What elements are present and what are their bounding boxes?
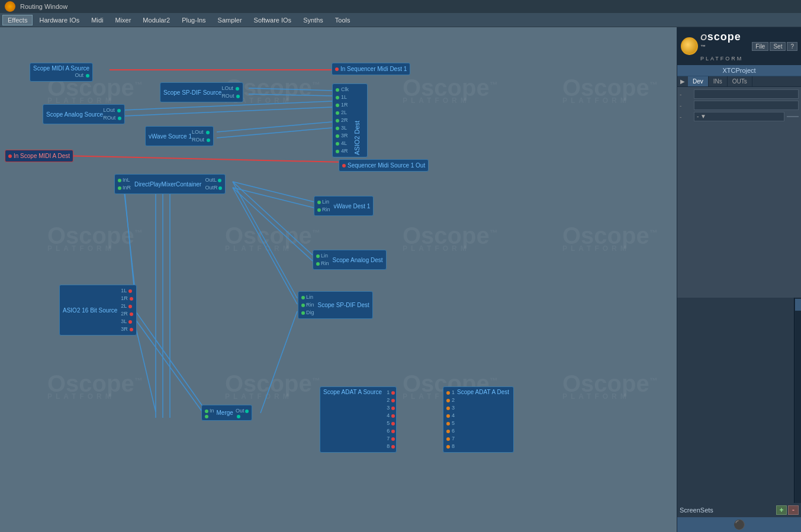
panel-select-3[interactable] <box>787 116 799 117</box>
screen-sets-remove-button[interactable]: - <box>788 505 799 515</box>
tab-outs[interactable]: OUTs <box>728 76 752 86</box>
module-scope-adat-source[interactable]: Scope ADAT A Source 1 2 3 4 5 6 7 8 <box>320 386 397 453</box>
menu-mixer[interactable]: Mixer <box>110 15 136 25</box>
scope-logo: Oscope ™ PLATFORM <box>681 31 748 62</box>
svg-line-17 <box>136 320 207 418</box>
module-in-sequencer-midi-dest[interactable]: In Sequencer Midi Dest 1 <box>332 63 410 75</box>
port-2r-asio: 2R <box>121 310 133 318</box>
panel-value-2 <box>694 101 799 110</box>
module-sequencer-midi-source[interactable]: Sequencer Midi Source 1 Out <box>339 159 429 172</box>
svg-line-10 <box>233 182 313 255</box>
port-rout-analog: ROut <box>103 114 121 122</box>
panel-label-3: - <box>680 114 691 120</box>
menu-midi[interactable]: Midi <box>86 15 108 25</box>
module-asio2-dest[interactable]: Clk 1L 1R 2L 2R 3L 3R 4L 4R ASIO2 Dest <box>332 83 368 157</box>
menu-effects[interactable]: Effects <box>2 15 33 25</box>
menu-modular2[interactable]: Modular2 <box>137 15 175 25</box>
svg-line-6 <box>217 122 332 132</box>
port-lout-analog: LOut <box>103 107 121 114</box>
port-rin-spdif: Rin <box>301 301 314 309</box>
port-1l: 1L <box>336 93 349 101</box>
panel-arrow-left[interactable]: ▶ <box>677 76 688 86</box>
scope-name: Oscope ™ <box>700 31 748 56</box>
module-vwave-source1[interactable]: vWave Source 1 LOut ROut <box>145 126 214 146</box>
watermark-12: Oscope™ PLATFORM <box>562 370 658 401</box>
scroll-bar[interactable] <box>794 298 801 504</box>
tab-ins[interactable]: INs <box>709 76 728 86</box>
module-vwave-source1-title: vWave Source 1 <box>149 133 192 140</box>
menu-hardware-ios[interactable]: Hardware IOs <box>34 15 85 25</box>
port-3l: 3L <box>336 124 349 132</box>
set-button[interactable]: Set <box>770 42 786 51</box>
port-adat-src-3: 3 <box>387 404 395 412</box>
scope-platform-text: PLATFORM <box>700 56 748 62</box>
watermark-8: Oscope™ PLATFORM <box>562 223 658 253</box>
menu-sampler[interactable]: Sampler <box>213 15 247 25</box>
module-vwave-dest1[interactable]: Lin Rin vWave Dest 1 <box>314 196 374 216</box>
scope-brand: Oscope ™ PLATFORM <box>700 31 748 62</box>
port-4r: 4R <box>336 147 349 155</box>
port-dig-spdif: Dig <box>301 309 314 317</box>
module-merge-title: Merge <box>217 410 233 416</box>
module-scope-analog-source[interactable]: Scope Analog Source LOut ROut <box>43 104 125 124</box>
panel-value-3: - ▼ <box>694 112 784 121</box>
port-adat-dst-7: 7 <box>446 435 455 443</box>
svg-line-3 <box>249 94 332 96</box>
module-directplay-mixer[interactable]: InL InR DirectPlayMixerContainer OutL Ou… <box>114 174 226 194</box>
panel-label-1: - <box>680 91 691 98</box>
port-lin-analog: Lin <box>316 252 329 260</box>
port-2r: 2R <box>336 117 349 124</box>
tab-dev[interactable]: Dev <box>688 76 709 86</box>
port-1r-asio: 1R <box>121 295 133 302</box>
port-1l-asio: 1L <box>121 287 133 295</box>
project-title-bar: XTCProject <box>677 65 801 76</box>
port-adat-src-1: 1 <box>387 389 395 396</box>
port-rout: ROut <box>221 92 240 100</box>
scope-header: Oscope ™ PLATFORM File Set ? <box>677 27 801 65</box>
module-in-scope-midi-dest[interactable]: In Scope MIDI A Dest <box>5 150 73 162</box>
port-adat-dst-8: 8 <box>446 443 455 450</box>
module-scope-spdif-source[interactable]: Scope SP-DIF Source LOut ROut <box>160 82 243 102</box>
module-scope-adat-dest[interactable]: 1 2 3 4 5 6 7 8 Scope ADAT A Dest <box>443 386 514 453</box>
port-adat-dst-4: 4 <box>446 412 455 420</box>
port-adat-src-8: 8 <box>387 443 395 450</box>
module-scope-spdif-dest-title: Scope SP-DIF Dest <box>318 302 369 308</box>
scroll-thumb[interactable] <box>795 299 801 311</box>
routing-canvas[interactable]: Oscope™ PLATFORM Oscope™ PLATFORM Oscope… <box>0 27 677 532</box>
panel-row-1: - <box>680 89 799 99</box>
menu-bar: Effects Hardware IOs Midi Mixer Modular2… <box>0 13 801 27</box>
module-scope-midi-source[interactable]: Scope MIDI A Source Out <box>30 63 93 82</box>
menu-plug-ins[interactable]: Plug-Ins <box>176 15 211 25</box>
module-asio2-dest-title: ASIO2 Dest <box>353 86 361 155</box>
module-vwave-dest1-title: vWave Dest 1 <box>334 203 371 209</box>
main-area: Oscope™ PLATFORM Oscope™ PLATFORM Oscope… <box>0 27 801 532</box>
port-adat-src-4: 4 <box>387 412 395 420</box>
menu-tools[interactable]: Tools <box>330 15 356 25</box>
port-3r-asio: 3R <box>121 325 133 333</box>
user-avatar-icon: ⚫ <box>734 520 745 530</box>
help-button[interactable]: ? <box>787 42 797 51</box>
watermark-10: Oscope™ PLATFORM <box>225 370 320 401</box>
module-scope-analog-dest-title: Scope Analog Dest <box>333 257 383 263</box>
panel-row-2: - <box>680 101 799 110</box>
project-title: XTCProject <box>722 67 755 74</box>
port-adat-dst-6: 6 <box>446 427 455 435</box>
port-out-merge: Out <box>236 407 249 415</box>
module-merge[interactable]: In Merge Out <box>201 405 252 421</box>
module-asio2-16bit-source[interactable]: ASIO2 16 Bit Source 1L 1R 2L 2R 3L 3R <box>59 285 137 336</box>
svg-line-22 <box>260 311 297 413</box>
svg-line-14 <box>123 182 136 295</box>
menu-synths[interactable]: Synths <box>298 15 329 25</box>
menu-software-ios[interactable]: Software IOs <box>249 15 297 25</box>
screen-sets-add-button[interactable]: + <box>776 505 787 515</box>
port-adat-src-6: 6 <box>387 427 395 435</box>
module-scope-spdif-dest[interactable]: Lin Rin Dig Scope SP-DIF Dest <box>298 291 373 319</box>
panel-bottom: ScreenSets + - <box>677 503 801 517</box>
module-scope-analog-dest[interactable]: Lin Rin Scope Analog Dest <box>313 250 387 270</box>
file-button[interactable]: File <box>752 42 768 51</box>
port-in-midi: In Sequencer Midi Dest 1 <box>335 65 407 73</box>
port-inr-mixer: InR <box>118 184 131 192</box>
module-scope-analog-source-title: Scope Analog Source <box>46 111 103 118</box>
port-adat-dst-5: 5 <box>446 420 455 427</box>
svg-line-18 <box>136 327 156 412</box>
